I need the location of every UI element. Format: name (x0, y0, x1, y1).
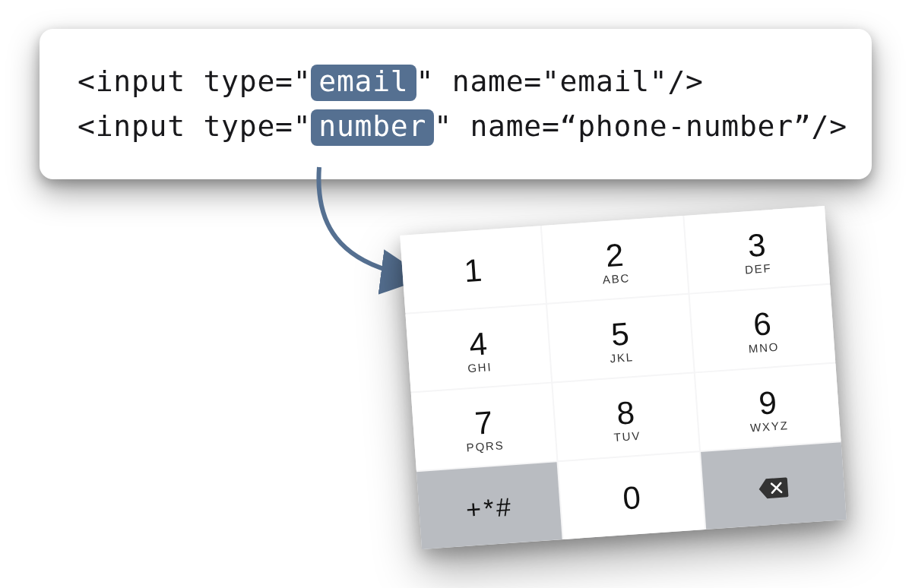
key-6[interactable]: 6 MNO (689, 285, 835, 372)
key-number: 0 (622, 482, 641, 515)
key-9[interactable]: 9 WXYZ (695, 363, 841, 450)
code-line-2: <input type="number" name=“phone-number”… (78, 104, 834, 149)
code-text: " name="email"/> (416, 65, 704, 98)
key-letters: TUV (613, 429, 641, 442)
key-number: 9 (758, 387, 777, 420)
key-3[interactable]: 3 DEF (684, 206, 830, 293)
key-letters: PQRS (466, 439, 505, 453)
highlight-email: email (311, 65, 416, 101)
key-letters: MNO (748, 340, 779, 354)
code-text: " name=“phone-number”/> (434, 109, 847, 143)
key-symbols[interactable]: +*# (416, 462, 562, 549)
key-0[interactable]: 0 (559, 452, 705, 539)
highlight-number: number (311, 109, 434, 146)
key-number: 6 (752, 308, 772, 341)
key-number: 7 (473, 406, 493, 440)
key-letters: ABC (602, 272, 630, 285)
backspace-icon (757, 476, 790, 501)
code-snippet-card: <input type="email" name="email"/> <inpu… (40, 29, 872, 179)
key-2[interactable]: 2 ABC (542, 216, 688, 303)
key-letters: GHI (467, 361, 492, 374)
key-letters: DEF (745, 262, 772, 275)
code-line-1: <input type="email" name="email"/> (78, 59, 834, 104)
key-number: 3 (746, 229, 766, 262)
key-symbol-text: +*# (465, 492, 515, 524)
key-number: 4 (468, 327, 488, 361)
numeric-keypad: 1 2 ABC 3 DEF 4 GHI 5 JKL 6 MNO 7 PQRS 8… (400, 206, 847, 549)
key-number: 2 (605, 239, 625, 272)
key-4[interactable]: 4 GHI (405, 305, 551, 392)
key-5[interactable]: 5 JKL (547, 295, 693, 382)
code-text: <input type=" (78, 65, 311, 98)
key-8[interactable]: 8 TUV (553, 374, 699, 461)
key-number: 8 (616, 397, 635, 430)
key-7[interactable]: 7 PQRS (411, 384, 557, 471)
key-letters: JKL (610, 350, 634, 363)
key-letters: WXYZ (750, 419, 789, 433)
key-number: 5 (610, 318, 630, 351)
code-text: <input type=" (78, 109, 311, 143)
key-backspace[interactable] (701, 442, 847, 530)
key-1[interactable]: 1 (400, 226, 546, 313)
key-number: 1 (463, 254, 483, 288)
